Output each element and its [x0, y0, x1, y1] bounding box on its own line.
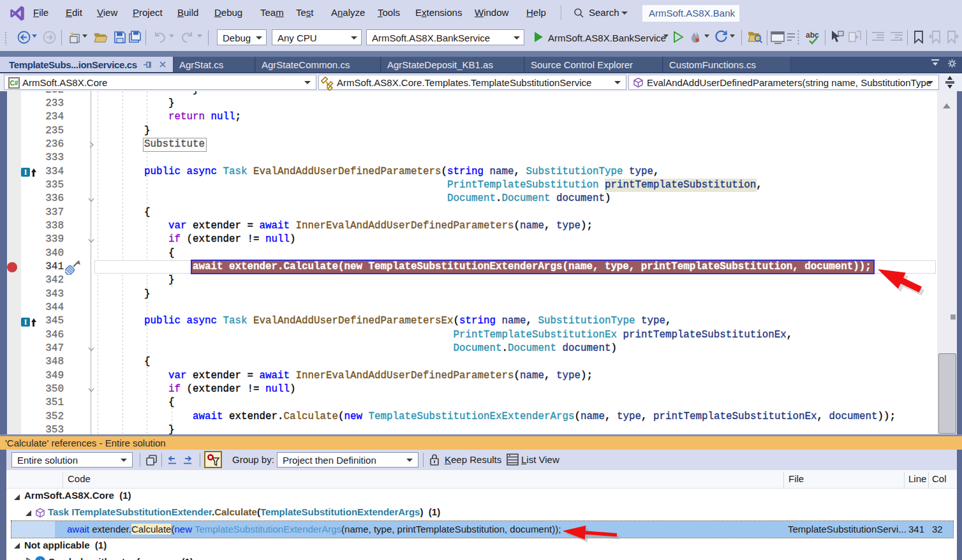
svg-text:C#: C#	[10, 80, 18, 87]
